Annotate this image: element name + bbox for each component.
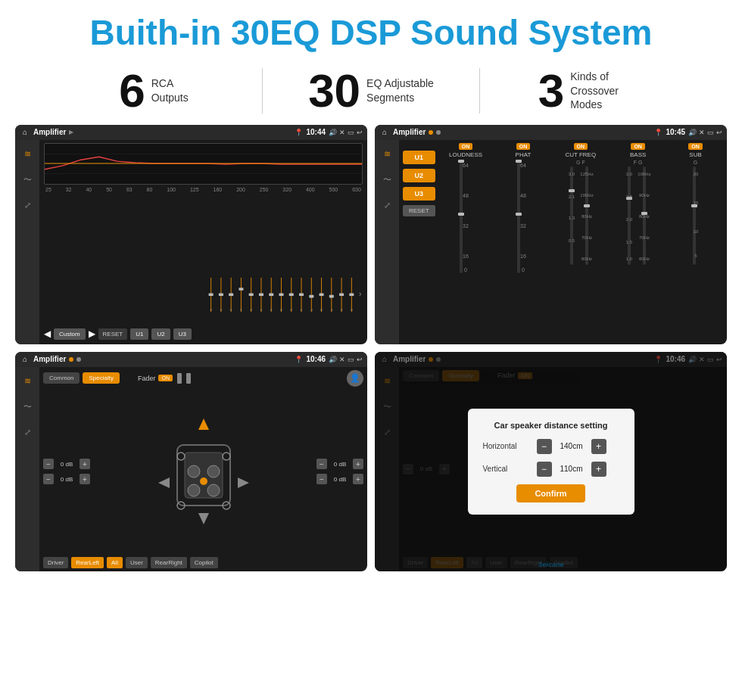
svg-rect-68 xyxy=(584,204,590,207)
svg-point-105 xyxy=(207,465,220,478)
on-badge-phat: ON xyxy=(516,143,531,150)
svg-text:48: 48 xyxy=(520,193,526,198)
svg-text:0: 0 xyxy=(251,307,253,311)
fader-ch-rr: − 0 dB + xyxy=(316,474,363,484)
tab-specialty-3[interactable]: Specialty xyxy=(83,372,119,384)
amp2-u2-btn[interactable]: U2 xyxy=(403,169,435,182)
dialog-vertical-minus[interactable]: − xyxy=(537,462,552,477)
eq-u3-btn[interactable]: U3 xyxy=(173,328,192,340)
fader-fl-minus[interactable]: − xyxy=(43,459,54,469)
tab-common-3[interactable]: Common xyxy=(43,372,80,384)
sidebar-fader-eq-icon[interactable]: ≋ xyxy=(19,373,36,390)
screen-amp2-content: ≋ 〜 ⤢ U1 U2 U3 RESET ON LOUDNESS xyxy=(375,140,727,344)
on-badge-fader: ON xyxy=(158,375,173,381)
amp2-main-area: U1 U2 U3 RESET ON LOUDNESS xyxy=(399,140,727,344)
home-icon-2[interactable]: ⌂ xyxy=(379,127,390,138)
fader-fl-value: 0 dB xyxy=(56,461,77,468)
btn-driver[interactable]: Driver xyxy=(43,557,68,568)
btn-user[interactable]: User xyxy=(126,557,148,568)
svg-text:16: 16 xyxy=(463,254,469,259)
dialog-vertical-label: Vertical xyxy=(483,465,532,473)
fader-rr-minus[interactable]: − xyxy=(316,474,327,484)
svg-text:5: 5 xyxy=(240,307,242,311)
screen-eq: ⌂ Amplifier ▶ 📍 10:44 🔊✕▭↩ ≋ 〜 ⤢ xyxy=(15,125,367,344)
stat-label-rca: RCAOutputs xyxy=(151,76,189,104)
screen-eq-content: ≋ 〜 ⤢ xyxy=(15,140,367,344)
svg-text:3.0: 3.0 xyxy=(569,172,575,176)
svg-text:0.5: 0.5 xyxy=(569,238,575,243)
btn-rearright[interactable]: RearRight xyxy=(151,557,187,568)
eq-play-btn[interactable]: ▶ xyxy=(89,328,95,339)
car-speaker-dialog: Car speaker distance setting Horizontal … xyxy=(468,409,634,515)
sidebar-eq-icon[interactable]: ≋ xyxy=(19,146,36,163)
on-badge-loudness: ON xyxy=(459,143,473,150)
sidebar-amp2-eq-icon[interactable]: ≋ xyxy=(379,146,395,163)
btn-all[interactable]: All xyxy=(107,557,123,568)
home-icon[interactable]: ⌂ xyxy=(20,127,30,138)
svg-text:60Hz: 60Hz xyxy=(581,257,592,261)
fader-avatar: 👤 xyxy=(347,370,363,387)
svg-text:1.3: 1.3 xyxy=(569,216,575,220)
svg-text:-1: -1 xyxy=(330,307,333,311)
amp2-u1-btn[interactable]: U1 xyxy=(403,151,435,164)
fader-rl-plus[interactable]: + xyxy=(80,474,90,484)
svg-marker-100 xyxy=(198,418,209,430)
screen-fader-time: 10:46 xyxy=(306,355,326,363)
svg-point-107 xyxy=(207,484,220,496)
svg-text:-1: -1 xyxy=(310,307,313,311)
eq-u2-btn[interactable]: U2 xyxy=(151,328,170,340)
amp2-u3-btn[interactable]: U3 xyxy=(403,187,435,201)
svg-rect-28 xyxy=(309,294,313,297)
dialog-horizontal-plus[interactable]: + xyxy=(591,439,606,454)
eq-main-area: 2532405063 80100125160200 25032040050063… xyxy=(39,140,367,344)
svg-rect-51 xyxy=(458,213,464,216)
btn-rearleft[interactable]: RearLeft xyxy=(71,557,104,568)
svg-text:80Hz: 80Hz xyxy=(639,214,650,219)
sidebar-wave-icon[interactable]: 〜 xyxy=(19,172,36,188)
eq-u1-btn[interactable]: U1 xyxy=(130,328,148,340)
screen-dialog: ⌂ Amplifier 📍 10:46 🔊✕▭↩ ≋ 〜 ⤢ Common Sp… xyxy=(375,352,727,571)
btn-copilot[interactable]: Copilot xyxy=(190,557,218,568)
sidebar-fader-expand-icon[interactable]: ⤢ xyxy=(19,425,36,441)
screen-eq-time: 10:44 xyxy=(306,128,326,136)
dialog-confirm-btn[interactable]: Confirm xyxy=(516,484,585,502)
svg-text:0: 0 xyxy=(210,307,212,311)
fader-fr-value: 0 dB xyxy=(329,461,351,468)
svg-marker-103 xyxy=(238,478,249,488)
header-section: Buith-in 30EQ DSP Sound System xyxy=(0,0,742,60)
svg-point-109 xyxy=(177,453,185,460)
stat-label-crossover: Kinds ofCrossover Modes xyxy=(570,70,638,111)
svg-rect-29 xyxy=(320,293,324,296)
fader-car-diagram xyxy=(93,390,313,554)
fader-fl-plus[interactable]: + xyxy=(80,459,90,469)
sidebar-fader-wave-icon[interactable]: 〜 xyxy=(19,399,36,415)
sidebar-expand-icon[interactable]: ⤢ xyxy=(19,198,36,214)
sidebar-amp2-wave-icon[interactable]: 〜 xyxy=(379,172,395,188)
dialog-vertical-plus[interactable]: + xyxy=(591,462,606,477)
fader-ch-fl: − 0 dB + xyxy=(43,459,90,469)
fader-fr-minus[interactable]: − xyxy=(316,459,327,469)
home-icon-3[interactable]: ⌂ xyxy=(20,354,30,365)
svg-rect-30 xyxy=(329,294,334,297)
eq-reset-btn[interactable]: RESET xyxy=(98,328,128,340)
svg-text:70Hz: 70Hz xyxy=(639,235,650,240)
amp2-reset-btn[interactable]: RESET xyxy=(403,205,435,216)
sidebar-amp2-expand-icon[interactable]: ⤢ xyxy=(379,198,395,214)
dialog-vertical-value: 110cm xyxy=(556,465,587,473)
eq-prev-btn[interactable]: ◀ xyxy=(44,328,51,339)
dialog-overlay: Car speaker distance setting Horizontal … xyxy=(375,367,727,571)
eq-custom-btn[interactable]: Custom xyxy=(54,328,86,340)
svg-text:0: 0 xyxy=(220,307,223,311)
fader-layout: − 0 dB + − 0 dB + xyxy=(43,390,363,554)
fader-rl-minus[interactable]: − xyxy=(43,474,54,484)
amp2-channels: ON LOUDNESS 64 48 32 16 0 xyxy=(438,143,723,341)
svg-rect-59 xyxy=(516,213,522,216)
dot-orange-2 xyxy=(429,130,433,135)
screen-fader: ⌂ Amplifier 📍 10:46 🔊✕▭↩ ≋ 〜 ⤢ Common Sp… xyxy=(15,352,367,571)
fader-fr-plus[interactable]: + xyxy=(353,459,363,469)
fader-rr-plus[interactable]: + xyxy=(353,474,363,484)
fader-label: Fader xyxy=(138,375,156,382)
topbar-icons-eq: 🔊✕▭↩ xyxy=(329,129,363,136)
screen-fader-content: ≋ 〜 ⤢ Common Specialty Fader ON 👤 xyxy=(15,367,367,571)
dialog-horizontal-minus[interactable]: − xyxy=(537,439,552,454)
